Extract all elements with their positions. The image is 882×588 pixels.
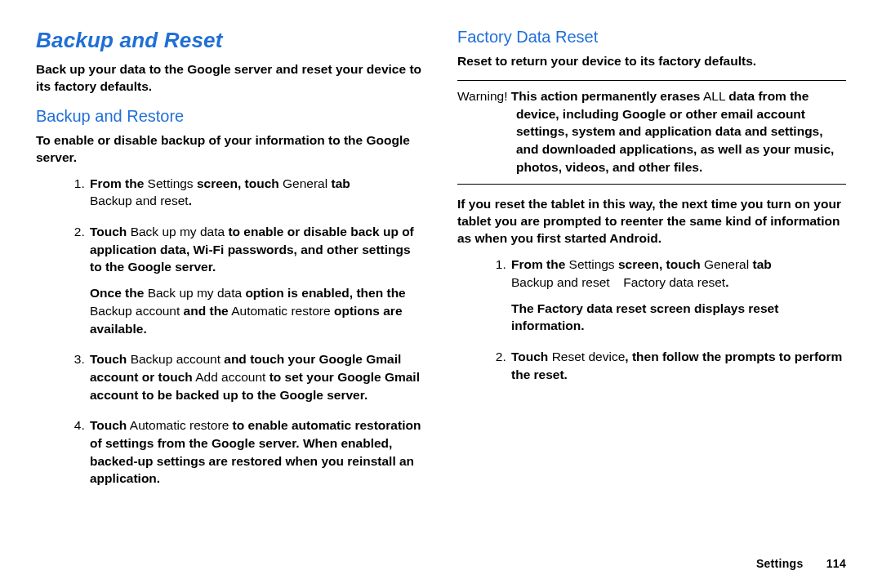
page-footer: Settings 114: [756, 557, 846, 570]
subsection-intro: Reset to return your device to its facto…: [457, 53, 846, 70]
text: This action permanently erases: [511, 89, 701, 103]
text: Touch: [511, 350, 548, 363]
text: Once the: [90, 286, 144, 300]
text: .: [189, 194, 192, 207]
footer-section-label: Settings: [756, 557, 804, 570]
step-2: Touch Back up my data to enable or disab…: [88, 223, 425, 337]
text: and the: [184, 304, 229, 318]
subsection-title-backup-and-restore: Backup and Restore: [36, 107, 425, 126]
step-1: From the Settings screen, touch General …: [510, 256, 846, 335]
text: Touch: [90, 352, 127, 366]
warning-label: Warning!: [457, 89, 511, 103]
text: Back up my data: [144, 286, 245, 300]
step-2-note: Once the Back up my data option is enabl…: [90, 284, 425, 337]
subsection-title-factory-data-reset: Factory Data Reset: [457, 28, 846, 47]
step-1: From the Settings screen, touch General …: [88, 175, 425, 210]
text: General: [701, 257, 753, 271]
text: tab: [752, 257, 771, 271]
text: .: [725, 275, 728, 289]
text: Settings: [144, 176, 197, 190]
step-1-note: The Factory data reset screen displays r…: [511, 300, 846, 335]
post-warning-paragraph: If you reset the tablet in this way, the…: [457, 196, 846, 247]
text: screen, touch: [618, 257, 701, 271]
right-column: Factory Data Reset Reset to return your …: [457, 23, 846, 501]
step-2: Touch Reset device, then follow the prom…: [510, 348, 846, 383]
text: tab: [331, 176, 350, 190]
backup-restore-steps: From the Settings screen, touch General …: [36, 175, 425, 488]
text: Automatic restore: [229, 304, 334, 318]
manual-page: Backup and Reset Back up your data to th…: [0, 0, 882, 588]
text: Add account: [193, 370, 270, 384]
factory-reset-steps: From the Settings screen, touch General …: [457, 256, 846, 383]
left-column: Backup and Reset Back up your data to th…: [36, 23, 425, 501]
text: Backup account: [127, 352, 224, 366]
text: Touch: [90, 418, 127, 432]
text: Backup and reset: [511, 275, 613, 289]
text: From the: [511, 257, 565, 271]
step-4: Touch Automatic restore to enable automa…: [88, 416, 425, 488]
page-number: 114: [826, 557, 846, 570]
step-3: Touch Backup account and touch your Goog…: [88, 350, 425, 403]
text: Backup and reset: [90, 194, 189, 207]
text: screen, touch: [197, 176, 279, 190]
two-column-layout: Backup and Reset Back up your data to th…: [36, 23, 846, 501]
text: Settings: [565, 257, 618, 271]
text: Factory data reset: [620, 275, 725, 289]
text: Back up my data: [127, 225, 228, 238]
text: Automatic restore: [127, 418, 232, 432]
subsection-lead: To enable or disable backup of your info…: [36, 132, 425, 167]
text: option is enabled, then the: [245, 286, 405, 300]
section-title-backup-and-reset: Backup and Reset: [36, 28, 425, 53]
text: Reset device: [548, 350, 625, 363]
section-intro: Back up your data to the Google server a…: [36, 61, 425, 96]
text: Backup account: [90, 304, 184, 318]
text: General: [279, 176, 332, 190]
warning-callout: Warning! This action permanently erases …: [457, 80, 846, 185]
text: ALL: [701, 89, 729, 103]
text: Touch: [90, 225, 127, 238]
text: From the: [90, 176, 144, 190]
